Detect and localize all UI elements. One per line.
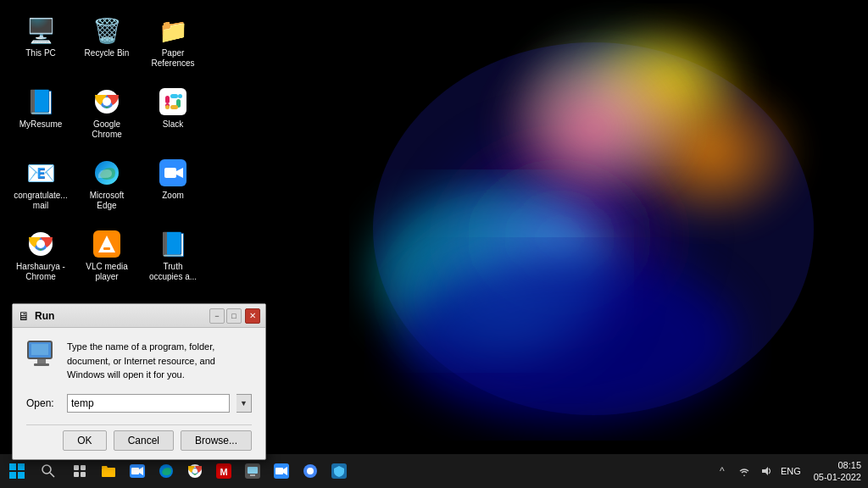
run-open-dropdown[interactable]: ▼ (236, 394, 252, 413)
slack-icon (158, 86, 188, 117)
vlc-label: VLC media player (80, 262, 134, 282)
google-chrome-icon (92, 86, 122, 117)
google-chrome-label: Google Chrome (80, 119, 134, 140)
taskbar-system-icon (245, 463, 260, 479)
taskbar-task-view[interactable] (66, 458, 93, 485)
microsoft-edge-label: Microsoft Edge (80, 191, 134, 211)
network-icon[interactable] (734, 461, 754, 481)
taskbar-zoom2[interactable] (268, 458, 295, 485)
svg-rect-32 (37, 359, 46, 363)
taskbar-globe[interactable] (297, 458, 324, 485)
zoom-label: Zoom (162, 191, 184, 201)
taskbar-chrome[interactable] (181, 458, 209, 485)
taskbar-file-explorer[interactable] (95, 458, 122, 485)
file-explorer-icon (101, 464, 116, 478)
icon-slack[interactable]: Slack (144, 83, 202, 151)
svg-rect-54 (275, 468, 283, 474)
paper-references-icon: 📁 (158, 15, 188, 46)
run-open-label: Open: (26, 397, 60, 409)
paper-references-label: Paper References (146, 48, 200, 69)
svg-rect-37 (74, 465, 79, 470)
myresume-icon: 📘 (25, 86, 56, 117)
taskbar-apps: M (63, 458, 709, 485)
recycle-bin-icon: 🗑️ (92, 15, 122, 46)
congratulate-mail-icon: 📧 (25, 158, 56, 188)
speaker-icon (760, 465, 772, 477)
this-pc-icon: 🖥️ (25, 15, 56, 46)
slack-label: Slack (163, 119, 183, 130)
taskbar-edge[interactable] (153, 458, 180, 485)
icon-vlc[interactable]: VLC media player (78, 225, 136, 293)
chevron-up-icon[interactable]: ^ (712, 461, 732, 481)
svg-rect-21 (165, 105, 170, 109)
taskbar-mcafee[interactable]: M (210, 458, 237, 485)
svg-rect-43 (131, 468, 139, 474)
taskbar-globe-icon (303, 463, 318, 479)
harshaurya-chrome-label: Harshaurya - Chrome (14, 262, 68, 282)
run-browse-button[interactable]: Browse... (181, 430, 252, 451)
svg-point-56 (307, 468, 314, 474)
svg-rect-39 (74, 472, 79, 477)
taskbar-system-app[interactable] (239, 458, 266, 485)
icon-recycle-bin[interactable]: 🗑️ Recycle Bin (78, 12, 136, 80)
run-cancel-button[interactable]: Cancel (114, 430, 174, 451)
svg-line-36 (50, 473, 54, 477)
svg-point-12 (103, 97, 111, 106)
svg-rect-17 (178, 94, 182, 98)
taskbar-zoom2-icon (274, 463, 289, 479)
task-view-icon (73, 464, 86, 478)
run-open-input[interactable] (67, 394, 230, 413)
svg-point-5 (585, 17, 754, 152)
svg-point-3 (407, 110, 712, 364)
truth-occupies-icon: 📘 (158, 229, 188, 259)
myresume-label: MyResume (19, 119, 63, 130)
svg-rect-24 (164, 168, 176, 178)
truth-occupies-label: Truth occupies a... (146, 262, 200, 282)
icon-congratulate-mail[interactable]: 📧 congratulate... mail (12, 154, 70, 222)
search-icon (42, 464, 55, 478)
icon-harshaurya-chrome[interactable]: Harshaurya - Chrome (12, 225, 70, 293)
svg-point-9 (398, 254, 737, 424)
icon-zoom[interactable]: Zoom (144, 154, 202, 222)
icon-truth-occupies[interactable]: 📘 Truth occupies a... (144, 225, 202, 293)
taskbar-zoom-icon (130, 464, 145, 478)
svg-rect-38 (81, 465, 86, 470)
svg-point-6 (619, 76, 805, 229)
svg-rect-40 (81, 472, 86, 477)
svg-point-27 (36, 240, 45, 248)
clock[interactable]: 08:15 05-01-2022 (807, 459, 868, 484)
run-window-buttons: − □ (209, 308, 242, 324)
icon-myresume[interactable]: 📘 MyResume (12, 83, 70, 151)
system-tray: ^ ENG (709, 461, 807, 481)
microsoft-edge-icon (92, 158, 122, 188)
icon-paper-references[interactable]: 📁 Paper References (144, 12, 202, 80)
svg-marker-58 (762, 467, 768, 475)
taskbar-zoom[interactable] (124, 458, 151, 485)
run-maximize-button[interactable]: □ (226, 308, 242, 324)
icon-google-chrome[interactable]: Google Chrome (78, 83, 136, 151)
run-ok-button[interactable]: OK (63, 430, 106, 451)
congratulate-mail-label: congratulate... mail (14, 191, 68, 211)
run-open-row: Open: ▼ (26, 394, 252, 413)
recycle-bin-label: Recycle Bin (85, 48, 130, 58)
svg-point-2 (373, 195, 644, 398)
icon-microsoft-edge[interactable]: Microsoft Edge (78, 154, 136, 222)
volume-icon[interactable] (756, 461, 776, 481)
this-pc-label: This PC (25, 48, 56, 58)
zoom-icon (158, 158, 188, 188)
svg-rect-33 (34, 363, 49, 366)
search-button[interactable] (36, 458, 61, 484)
run-close-button[interactable]: ✕ (245, 308, 260, 324)
run-dialog: 🖥 Run − □ ✕ Type the name of a program, (12, 303, 266, 460)
taskbar-shield[interactable] (326, 458, 353, 485)
svg-rect-34 (31, 344, 48, 355)
eng-label[interactable]: ENG (778, 466, 804, 476)
icon-this-pc[interactable]: 🖥️ This PC (12, 12, 70, 80)
run-body: Type the name of a program, folder, docu… (13, 328, 265, 459)
svg-point-4 (509, 17, 729, 186)
svg-rect-30 (103, 247, 110, 250)
taskbar-shield-icon (331, 463, 347, 479)
run-minimize-button[interactable]: − (209, 308, 225, 324)
svg-rect-41 (102, 468, 115, 477)
svg-rect-15 (165, 96, 170, 103)
